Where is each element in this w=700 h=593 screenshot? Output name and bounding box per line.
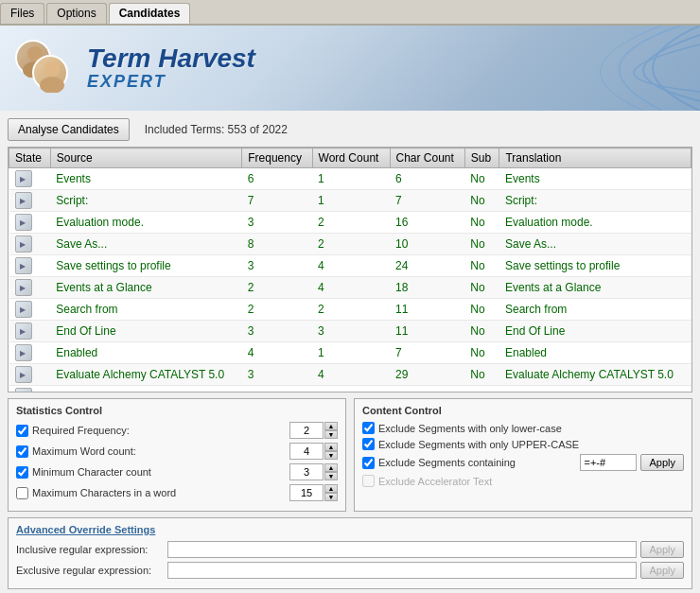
state-icon [15, 235, 32, 253]
table-row[interactable]: End Of Line3311NoEnd Of Line [9, 321, 691, 342]
svg-point-2 [44, 61, 60, 77]
state-icon [15, 323, 32, 340]
cell-freq: 3 [242, 212, 312, 234]
stat-input-2[interactable] [289, 463, 324, 480]
main-content: Analyse Candidates Included Terms: 553 o… [0, 111, 700, 593]
content-label-0: Exclude Segments with only lower-case [378, 423, 684, 434]
stat-up-2[interactable]: ▲ [324, 463, 338, 472]
cell-sub: No [464, 364, 499, 386]
stat-down-2[interactable]: ▼ [324, 472, 338, 480]
table-row[interactable]: Search from2211NoSearch from [9, 299, 691, 321]
stat-input-0[interactable] [289, 422, 324, 439]
cell-source: Search [50, 386, 242, 393]
exclude-segments-input[interactable] [580, 454, 637, 471]
cell-state [9, 190, 51, 212]
cell-cc: 10 [390, 234, 464, 255]
cell-sub: No [464, 234, 499, 255]
col-frequency: Frequency [242, 148, 312, 168]
table-row[interactable]: Evaluation mode.3216NoEvaluation mode. [9, 212, 691, 234]
table-row[interactable]: Enabled417NoEnabled [9, 342, 691, 364]
table-row[interactable]: Events at a Glance2418NoEvents at a Glan… [9, 277, 691, 299]
stat-up-0[interactable]: ▲ [324, 422, 338, 430]
stat-up-1[interactable]: ▲ [324, 443, 338, 451]
cell-cc: 29 [390, 364, 464, 386]
tab-files[interactable]: Files [0, 3, 44, 24]
content-check-0[interactable] [362, 422, 375, 434]
stat-spinner-btns-0: ▲ ▼ [324, 422, 338, 439]
cell-state [9, 299, 51, 321]
candidates-table-container[interactable]: State Source Frequency Word Count Char C… [8, 147, 692, 392]
stat-input-3[interactable] [289, 484, 324, 501]
cell-trans: End Of Line [499, 321, 691, 342]
cell-trans: Save settings to profile [499, 255, 691, 277]
cell-source: End Of Line [50, 321, 242, 342]
state-icon [15, 192, 32, 209]
stat-down-1[interactable]: ▼ [324, 451, 338, 460]
cell-state [9, 364, 51, 386]
table-row[interactable]: Evaluate Alchemy CATALYST 5.03429NoEvalu… [9, 364, 691, 386]
table-row[interactable]: Script:717NoScript: [9, 190, 691, 212]
stat-label-0: Required Frequency: [32, 425, 286, 436]
candidates-table: State Source Frequency Word Count Char C… [9, 148, 691, 392]
content-apply-button[interactable]: Apply [640, 454, 684, 471]
toolbar: Analyse Candidates Included Terms: 553 o… [8, 118, 692, 141]
adv-row-1: Exclusive regular expression: Apply [16, 562, 684, 579]
exclusive-apply-button[interactable]: Apply [640, 562, 684, 579]
cell-wc: 3 [312, 321, 390, 342]
table-row[interactable]: Events616NoEvents [9, 168, 691, 190]
tab-bar: Files Options Candidates [0, 0, 700, 26]
stat-check-3[interactable] [16, 487, 28, 499]
content-check-2[interactable] [362, 457, 375, 469]
cell-state [9, 168, 51, 190]
cell-wc: 4 [312, 364, 390, 386]
cell-state [9, 255, 51, 277]
tab-candidates[interactable]: Candidates [109, 3, 191, 24]
stat-check-1[interactable] [16, 445, 28, 458]
cell-trans: Search from [499, 299, 691, 321]
stat-input-1[interactable] [289, 443, 324, 460]
inclusive-regex-input[interactable] [167, 541, 637, 558]
content-check-1[interactable] [362, 438, 375, 450]
table-row[interactable]: Search3216NoSearch [9, 386, 691, 393]
cell-wc: 2 [312, 299, 390, 321]
stat-up-3[interactable]: ▲ [324, 484, 338, 493]
cell-freq: 3 [242, 321, 312, 342]
table-row[interactable]: Save settings to profile3424NoSave setti… [9, 255, 691, 277]
content-row-3: Exclude Accelerator Text [362, 475, 684, 487]
stat-down-0[interactable]: ▼ [324, 430, 338, 439]
cell-sub: No [464, 342, 499, 364]
cell-source: Events at a Glance [50, 277, 242, 299]
cell-source: Evaluate Alchemy CATALYST 5.0 [50, 364, 242, 386]
col-wordcount: Word Count [312, 148, 390, 168]
advanced-title: Advanced Override Settings [16, 524, 684, 535]
stat-label-2: Minimum Character count [32, 466, 286, 478]
cell-state [9, 321, 51, 342]
table-row[interactable]: Save As...8210NoSave As... [9, 234, 691, 255]
cell-source: Evaluation mode. [50, 212, 242, 234]
cell-freq: 4 [242, 342, 312, 364]
cell-source: Search from [50, 299, 242, 321]
cell-freq: 6 [242, 168, 312, 190]
content-check-3[interactable] [362, 475, 375, 487]
cell-cc: 11 [390, 299, 464, 321]
stat-down-3[interactable]: ▼ [324, 493, 338, 501]
content-panel: Content Control Exclude Segments with on… [354, 398, 692, 512]
cell-state [9, 234, 51, 255]
analyse-candidates-button[interactable]: Analyse Candidates [8, 118, 130, 141]
inclusive-apply-button[interactable]: Apply [640, 541, 684, 558]
content-title: Content Control [362, 405, 684, 416]
cell-wc: 4 [312, 255, 390, 277]
cell-sub: No [464, 190, 499, 212]
tab-options[interactable]: Options [46, 3, 106, 24]
cell-cc: 6 [390, 168, 464, 190]
cell-sub: No [464, 277, 499, 299]
state-icon [15, 366, 32, 383]
stat-check-2[interactable] [16, 466, 28, 479]
stat-check-0[interactable] [16, 425, 28, 437]
included-terms-label: Included Terms: 553 of 2022 [145, 123, 288, 136]
cell-cc: 11 [390, 321, 464, 342]
statistics-panel: Statistics Control Required Frequency: ▲… [8, 398, 346, 512]
cell-trans: Search [499, 386, 691, 393]
exclusive-regex-input[interactable] [167, 562, 637, 579]
cell-wc: 1 [312, 386, 390, 393]
